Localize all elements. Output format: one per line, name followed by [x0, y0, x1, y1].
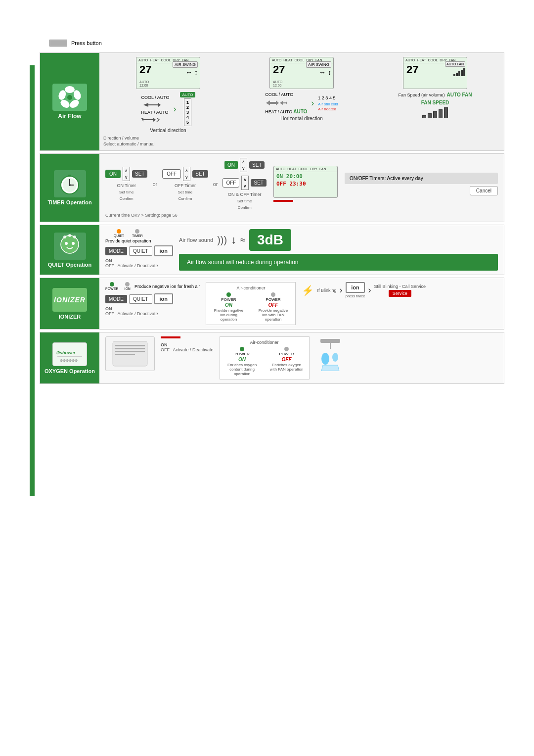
right-arrow-1: ›	[173, 104, 176, 114]
set-btn-3a[interactable]: SET	[249, 161, 265, 169]
ionizer-label-col: IONIZER IONIZER	[40, 278, 99, 329]
quiet-icon	[54, 233, 86, 260]
confirm-label-1: Confirm	[120, 196, 134, 201]
fan-speed-title: FAN SPEED	[421, 100, 449, 105]
left-vertical-bar	[30, 65, 35, 496]
set-time-label-1: Set time	[119, 190, 134, 194]
oxygen-label-col: ⊙shower ⊙⊙⊙⊙⊙⊙ OXYGEN Operation	[40, 332, 99, 383]
cool-auto-label-2: COOL / AUTO	[265, 92, 307, 97]
quiet-indicators-row: QUIET TIMER Provide quiet operation	[105, 229, 173, 243]
ionizer-off-label: OFF	[268, 302, 278, 308]
on-timer-set-btn[interactable]: SET	[132, 170, 147, 178]
lightning-icon: ⚡	[302, 284, 314, 296]
ionizer-ion-btn[interactable]: ion	[154, 293, 174, 304]
press-button-indicator	[49, 40, 67, 47]
quiet-title: QUIET Operation	[48, 262, 92, 268]
select-auto-manual-label: Select automatic / manual	[103, 142, 500, 146]
ionizer-power-dot-2	[271, 292, 275, 297]
svg-point-6	[67, 95, 72, 100]
if-blinking-label: If Blinking	[317, 288, 336, 293]
off-time-display: OFF 23:30	[276, 181, 306, 187]
vertical-remote-display: AUTOHEATCOOLDRYFAN 27 AIR SWING ↔ ↕ AUTO…	[136, 57, 200, 89]
ionizer-power-label-2: POWER	[266, 297, 280, 302]
oxygen-on-desc: Enriches oxygen content during operation	[225, 363, 260, 376]
on-off-timer-down-arrows[interactable]: ∧ ∨	[241, 176, 249, 190]
water-droplet-svg	[315, 336, 345, 371]
oxygen-off-desc: Enriches oxygen with FAN operation	[269, 363, 304, 372]
press-button-section: Press button	[49, 40, 504, 47]
quiet-btn[interactable]: QUIET	[129, 246, 152, 256]
oxygen-title: OXYGEN Operation	[44, 368, 95, 374]
cool-auto-label: COOL / AUTO	[141, 95, 169, 100]
on-off-timer-label: ON & OFF Timer	[228, 192, 262, 197]
ionizer-title: IONIZER	[59, 314, 81, 320]
quiet-right: Air flow sound ))) ↓ ≈ 3dB Air flow soun…	[179, 229, 498, 271]
ionizer-mode-btn[interactable]: MODE	[105, 295, 127, 303]
timer-icon	[54, 170, 86, 197]
air-still-cold: Air still cold	[318, 102, 338, 106]
quiet-top: QUIET TIMER Provide quiet operation	[105, 229, 498, 271]
press-twice-ion-btn[interactable]: ion	[346, 282, 365, 293]
ionizer-quiet-btn[interactable]: QUIET	[129, 294, 152, 304]
svg-point-20	[73, 236, 76, 238]
oxygen-on-label: ON	[238, 357, 246, 362]
every-day-group: ON/OFF Timers: Active every day Cancel	[345, 173, 498, 195]
sound-waves-icon: )))	[217, 235, 227, 246]
airflow-sound-row: Air flow sound ))) ↓ ≈ 3dB	[179, 229, 498, 251]
on-off-remote-display: AUTOHEATCOOLDRYFAN ON 20:00 OFF 23:30	[273, 166, 338, 198]
heat-auto-label: HEAT / AUTO	[141, 110, 169, 115]
heat-arrows	[141, 116, 161, 124]
oxygen-section: ⊙shower ⊙⊙⊙⊙⊙⊙ OXYGEN Operation	[40, 332, 504, 384]
svg-rect-26	[115, 348, 145, 349]
on-off-timer-up-arrows[interactable]: ∧ ∨	[240, 158, 247, 172]
auto-fan-badge: AUTO FAN	[445, 61, 465, 67]
horizontal-fan-arrows	[265, 98, 287, 108]
quiet-btn-row: MODE QUIET ion	[105, 245, 173, 256]
numbers-row: 1 2 3 4 5	[318, 95, 338, 100]
or-text-1: or	[152, 181, 157, 187]
svg-rect-27	[115, 351, 145, 352]
timer-section: TIMER Operation ON ∧ ∨ SET	[40, 153, 504, 222]
produce-label: Produce negative ion for fresh air	[134, 284, 200, 289]
down-arrow-icon: ↓	[231, 234, 236, 246]
quiet-indicator-label: QUIET	[114, 234, 124, 237]
fan-speed-box: AUTOHEATCOOLDRYFAN 27 AUTO FAN	[370, 57, 500, 118]
vertical-dir-label: Vertical direction	[150, 128, 186, 133]
airflow-content: AUTOHEATCOOLDRYFAN 27 AIR SWING ↔ ↕ AUTO…	[99, 53, 504, 150]
auto-text: AUTO	[293, 109, 307, 114]
on-btn-2[interactable]: ON	[224, 161, 238, 169]
quiet-content: QUIET TIMER Provide quiet operation	[99, 225, 504, 275]
temp-display-fan: 27	[406, 63, 418, 76]
oxygen-power-dot-2	[284, 347, 289, 351]
confirm-label-2: Confirm	[178, 196, 192, 201]
airflow-label-col: Air Flow	[40, 53, 99, 150]
ionizer-on-label: ON	[225, 302, 232, 308]
timer-indicator-label: TIMER	[132, 234, 143, 237]
ion-btn-quiet[interactable]: ion	[154, 245, 174, 256]
service-badge: Service	[389, 290, 411, 297]
off-btn-2[interactable]: OFF	[222, 178, 239, 188]
set-time-label-3: Set time	[237, 199, 252, 203]
ionizer-icon: IONIZER	[52, 288, 87, 312]
ion-dot-gray	[125, 282, 130, 286]
shower-icon: ⊙shower ⊙⊙⊙⊙⊙⊙	[52, 342, 87, 366]
off-timer-set-btn[interactable]: SET	[192, 170, 208, 178]
svg-text:⊙shower: ⊙shower	[56, 350, 76, 355]
air-heated: Air heated	[318, 107, 336, 111]
on-timer-arrows[interactable]: ∧ ∨	[123, 167, 130, 181]
off-timer-arrows[interactable]: ∧ ∨	[183, 167, 190, 181]
cancel-btn[interactable]: Cancel	[470, 186, 498, 195]
ionizer-section: IONIZER IONIZER POWER	[40, 278, 504, 330]
on-timer-btn[interactable]: ON	[105, 170, 121, 178]
ionizer-content: POWER ION Produce negative ion for fresh…	[99, 278, 504, 329]
svg-rect-28	[115, 354, 135, 355]
confirm-label-3: Confirm	[238, 205, 252, 210]
off-timer-btn[interactable]: OFF	[162, 169, 181, 179]
oxygen-power-label-1: POWER	[234, 352, 249, 356]
ionizer-activate: Activate / Deactivate	[118, 311, 158, 316]
air-swing-badge-2: AIR SWING	[306, 61, 331, 68]
oxygen-top-row: ON OFF Activate / Deactivate Air-conditi…	[105, 336, 498, 379]
set-btn-3b[interactable]: SET	[251, 179, 266, 187]
provide-quiet-label: Provide quiet operation	[105, 238, 151, 243]
mode-btn[interactable]: MODE	[105, 247, 127, 255]
